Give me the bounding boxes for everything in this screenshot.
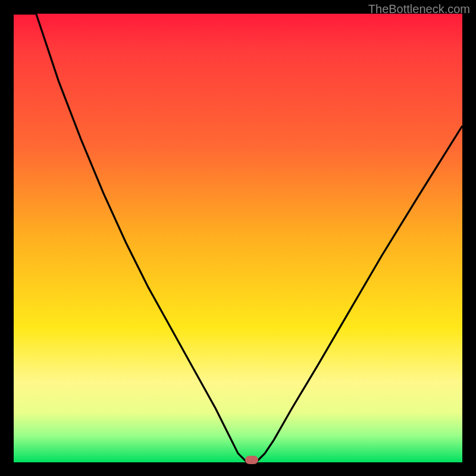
curve-svg: [14, 14, 462, 462]
watermark-text: TheBottleneck.com: [368, 2, 470, 16]
plot-area: [14, 14, 462, 462]
optimum-marker: [245, 456, 258, 464]
chart-container: TheBottleneck.com: [0, 0, 476, 476]
bottleneck-curve: [14, 14, 462, 462]
